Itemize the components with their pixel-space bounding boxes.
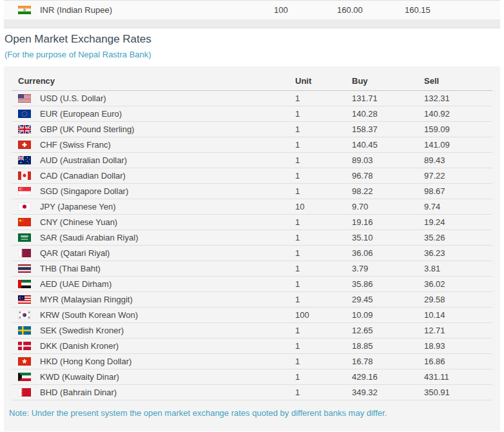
currency-label: EUR (European Euro)	[40, 109, 122, 119]
sell-cell: 98.67	[424, 186, 492, 196]
currency-label: DKK (Danish Kroner)	[40, 341, 119, 351]
table-row: HKD (Hong Kong Dollar) 1 16.78 16.86	[12, 354, 492, 369]
currency-label: CHF (Swiss Franc)	[40, 140, 111, 150]
sell-cell: 159.09	[424, 124, 492, 134]
unit-cell: 1	[295, 140, 352, 150]
currency-label: SGD (Singapore Dollar)	[40, 186, 128, 196]
open-market-rates-panel: Currency Unit Buy Sell USD (U.S. Dollar)…	[4, 66, 500, 431]
table-row: CHF (Swiss Franc) 1 140.45 141.09	[12, 137, 492, 153]
table-row: CNY (Chinese Yuan) 1 19.16 19.24	[12, 215, 492, 230]
currency-cell: SAR (Saudi Arabian Riyal)	[12, 233, 295, 242]
flag-us-icon	[18, 94, 31, 103]
flag-se-icon	[18, 326, 31, 335]
sell-cell: 18.93	[424, 341, 492, 351]
flag-ca-icon	[18, 172, 31, 180]
currency-cell: SGD (Singapore Dollar)	[12, 186, 295, 196]
table-row: CAD (Canadian Dollar) 1 96.78 97.22	[12, 168, 492, 184]
sell-cell: 431.11	[424, 372, 492, 382]
sell-cell: 29.58	[424, 295, 492, 304]
currency-cell: MYR (Malaysian Ringgit)	[12, 295, 295, 304]
currency-cell: DKK (Danish Kroner)	[12, 341, 295, 351]
flag-qa-icon	[18, 249, 31, 257]
currency-cell: KRW (South Korean Won)	[12, 310, 295, 320]
flag-dk-icon	[18, 342, 31, 350]
currency-cell: CAD (Canadian Dollar)	[12, 171, 295, 181]
currency-cell: JPY (Japanese Yen)	[12, 202, 295, 211]
currency-label: GBP (UK Pound Sterling)	[40, 124, 134, 134]
currency-label: BHD (Bahrain Dinar)	[40, 388, 117, 397]
buy-cell: 18.85	[352, 341, 424, 351]
unit-cell: 1	[295, 372, 352, 382]
currency-label: CAD (Canadian Dollar)	[40, 171, 126, 181]
currency-label: THB (Thai Baht)	[40, 264, 101, 273]
table-row: BHD (Bahrain Dinar) 1 349.32 350.91	[12, 385, 492, 400]
header-currency: Currency	[12, 76, 295, 86]
buy-cell: 140.45	[352, 140, 424, 150]
flag-kw-icon	[18, 373, 31, 381]
buy-cell: 12.65	[352, 326, 424, 335]
currency-cell: SEK (Swedish Kroner)	[12, 326, 295, 335]
table-header-row: Currency Unit Buy Sell	[12, 72, 492, 91]
currency-cell: GBP (UK Pound Sterling)	[12, 124, 295, 134]
sell-cell: 10.14	[424, 310, 492, 320]
unit-cell: 1	[295, 186, 352, 196]
buy-cell: 131.71	[352, 93, 424, 103]
buy-cell: 29.45	[352, 295, 424, 304]
buy-cell: 98.22	[352, 186, 424, 196]
currency-label: SAR (Saudi Arabian Riyal)	[40, 233, 138, 242]
flag-jp-icon	[18, 202, 31, 211]
flag-au-icon	[18, 156, 31, 164]
rates-rows: USD (U.S. Dollar) 1 131.71 132.31 EUR (E…	[12, 91, 492, 400]
flag-sg-icon	[18, 187, 31, 195]
table-row: AED (UAE Dirham) 1 35.86 36.02	[12, 277, 492, 292]
currency-label: KWD (Kuwaity Dinar)	[40, 372, 119, 382]
currency-label: KRW (South Korean Won)	[40, 310, 138, 320]
currency-cell: QAR (Qatari Riyal)	[12, 248, 295, 258]
unit-cell: 1	[295, 357, 352, 366]
sell-cell: 36.23	[424, 248, 492, 258]
currency-label: USD (U.S. Dollar)	[40, 93, 106, 103]
currency-label: SEK (Swedish Kroner)	[40, 326, 124, 335]
flag-ae-icon	[18, 280, 31, 288]
unit-cell: 1	[295, 93, 352, 103]
unit-cell: 1	[295, 279, 352, 289]
currency-label: AUD (Australian Dollar)	[40, 155, 127, 165]
currency-cell: INR (Indian Rupee)	[12, 5, 274, 15]
flag-ch-icon	[18, 141, 31, 149]
buy-cell: 89.03	[352, 155, 424, 165]
table-row: QAR (Qatari Riyal) 1 36.06 36.23	[12, 246, 492, 261]
table-row: USD (U.S. Dollar) 1 131.71 132.31	[12, 91, 492, 106]
unit-cell: 100	[274, 5, 337, 15]
unit-cell: 100	[295, 310, 352, 320]
currency-cell: CHF (Swiss Franc)	[12, 140, 295, 150]
currency-cell: EUR (European Euro)	[12, 109, 295, 119]
unit-cell: 1	[295, 388, 352, 397]
header-buy: Buy	[352, 76, 424, 86]
unit-cell: 10	[295, 202, 352, 211]
currency-label: JPY (Japanese Yen)	[40, 202, 116, 211]
buy-cell: 36.06	[352, 248, 424, 258]
table-row: KWD (Kuwaity Dinar) 1 429.16 431.11	[12, 369, 492, 385]
flag-my-icon	[18, 295, 31, 304]
currency-cell: THB (Thai Baht)	[12, 264, 295, 273]
flag-in-icon	[18, 6, 31, 14]
currency-label: HKD (Hong Kong Dollar)	[40, 357, 131, 366]
note-text: Note: Under the present system the open …	[9, 408, 495, 418]
flag-bh-icon	[18, 388, 31, 397]
table-bottom-padding	[4, 19, 500, 28]
table-row: GBP (UK Pound Sterling) 1 158.37 159.09	[12, 122, 492, 137]
flag-sa-icon	[18, 233, 31, 242]
buy-cell: 16.78	[352, 357, 424, 366]
buy-cell: 96.78	[352, 171, 424, 181]
sell-cell: 9.74	[424, 202, 492, 211]
buy-cell: 158.37	[352, 124, 424, 134]
flag-eu-icon	[18, 110, 31, 118]
currency-label: CNY (Chinese Yuan)	[40, 217, 117, 227]
currency-cell: AED (UAE Dirham)	[12, 279, 295, 289]
unit-cell: 1	[295, 264, 352, 273]
sell-cell: 16.86	[424, 357, 492, 366]
currency-cell: AUD (Australian Dollar)	[12, 155, 295, 165]
exchange-rates-table: Currency Unit Buy Sell USD (U.S. Dollar)…	[12, 72, 492, 400]
table-row: INR (Indian Rupee) 100 160.00 160.15	[4, 1, 500, 19]
table-row: SGD (Singapore Dollar) 1 98.22 98.67	[12, 184, 492, 199]
